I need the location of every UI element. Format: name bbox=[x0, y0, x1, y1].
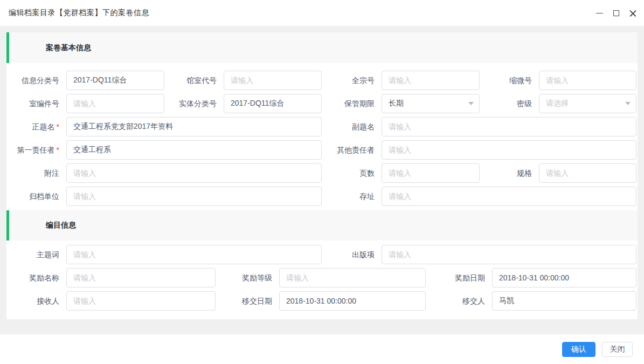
minimize-button[interactable] bbox=[595, 9, 603, 17]
storage-address-input[interactable] bbox=[382, 187, 636, 206]
receiver-input[interactable] bbox=[66, 291, 216, 311]
spec-input[interactable] bbox=[539, 163, 636, 183]
confirm-button[interactable]: 确认 bbox=[562, 342, 595, 357]
keywords-label: 主题词 bbox=[6, 245, 66, 264]
fonds-no-input[interactable] bbox=[382, 71, 480, 90]
first-responsible-input[interactable] bbox=[66, 140, 322, 160]
retention-period-value: 长期 bbox=[389, 99, 404, 108]
required-asterisk: * bbox=[57, 146, 59, 154]
award-date-label: 奖励日期 bbox=[426, 268, 492, 287]
award-level-label: 奖励等级 bbox=[216, 268, 279, 287]
form-row: 信息分类号 馆室代号 全宗号 缩微号 bbox=[6, 71, 638, 90]
other-responsible-label: 其他责任者 bbox=[322, 140, 382, 160]
dialog-titlebar: 编辑档案目录【党群档案】下的案卷信息 bbox=[0, 0, 644, 26]
entity-class-no-label: 实体分类号 bbox=[164, 94, 224, 113]
section-header-basic-info: 案卷基本信息 bbox=[6, 32, 638, 63]
catalog-info-rows: 主题词 出版项 奖励名称 奖励等级 奖励日期 接收人 移交日期 移交人 bbox=[6, 241, 638, 311]
room-code-input[interactable] bbox=[224, 71, 322, 90]
maximize-button[interactable] bbox=[612, 9, 620, 17]
dialog-body: 案卷基本信息 信息分类号 馆室代号 全宗号 缩微号 室编件号 实体分类号 保管期… bbox=[0, 26, 644, 334]
entity-class-no-input[interactable] bbox=[224, 94, 322, 113]
dialog-title: 编辑档案目录【党群档案】下的案卷信息 bbox=[9, 8, 149, 18]
form-row: 正题名* 副题名 bbox=[6, 117, 638, 136]
form-row: 附注 页数 规格 bbox=[6, 163, 638, 183]
basic-info-rows: 信息分类号 馆室代号 全宗号 缩微号 室编件号 实体分类号 保管期限 长期 bbox=[6, 63, 638, 206]
fonds-no-label: 全宗号 bbox=[322, 71, 382, 90]
main-title-input[interactable] bbox=[66, 117, 322, 136]
pages-label: 页数 bbox=[322, 163, 382, 183]
pages-input[interactable] bbox=[382, 163, 480, 183]
secret-level-placeholder: 请选择 bbox=[546, 99, 569, 108]
maximize-icon bbox=[613, 10, 619, 16]
microfilm-no-label: 缩微号 bbox=[480, 71, 539, 90]
publication-input[interactable] bbox=[382, 245, 636, 264]
award-name-label: 奖励名称 bbox=[6, 268, 66, 287]
receiver-label: 接收人 bbox=[6, 291, 66, 311]
other-responsible-input[interactable] bbox=[382, 140, 636, 160]
close-button[interactable]: 关闭 bbox=[602, 342, 633, 357]
form-row: 主题词 出版项 bbox=[6, 245, 638, 264]
form-row: 第一责任者* 其他责任者 bbox=[6, 140, 638, 160]
section-title: 编目信息 bbox=[46, 221, 76, 230]
transfer-person-input[interactable] bbox=[492, 291, 636, 311]
publication-label: 出版项 bbox=[322, 245, 382, 264]
notes-input[interactable] bbox=[66, 163, 322, 183]
award-name-input[interactable] bbox=[66, 268, 216, 287]
section-title: 案卷基本信息 bbox=[46, 43, 91, 53]
transfer-date-input[interactable] bbox=[279, 291, 426, 311]
secret-level-select[interactable]: 请选择 bbox=[539, 94, 636, 113]
microfilm-no-input[interactable] bbox=[539, 71, 636, 90]
form-row: 接收人 移交日期 移交人 bbox=[6, 291, 638, 311]
info-class-no-input[interactable] bbox=[66, 71, 164, 90]
chevron-down-icon bbox=[625, 102, 631, 105]
required-asterisk: * bbox=[57, 122, 59, 131]
window-controls bbox=[595, 9, 636, 17]
award-date-input[interactable] bbox=[492, 268, 636, 287]
first-responsible-label: 第一责任者* bbox=[6, 140, 66, 160]
subtitle-label: 副题名 bbox=[322, 117, 382, 136]
form-row: 奖励名称 奖励等级 奖励日期 bbox=[6, 268, 638, 287]
retention-period-label: 保管期限 bbox=[322, 94, 382, 113]
spec-label: 规格 bbox=[480, 163, 539, 183]
dialog-footer: 确认 关闭 bbox=[0, 334, 644, 364]
archive-unit-label: 归档单位 bbox=[6, 187, 66, 206]
chevron-down-icon bbox=[468, 102, 474, 105]
room-item-no-input[interactable] bbox=[66, 94, 164, 113]
room-item-no-label: 室编件号 bbox=[6, 94, 66, 113]
close-window-button[interactable] bbox=[629, 9, 636, 17]
transfer-date-label: 移交日期 bbox=[216, 291, 279, 311]
notes-label: 附注 bbox=[6, 163, 66, 183]
form-row: 归档单位 存址 bbox=[6, 187, 638, 206]
retention-period-select[interactable]: 长期 bbox=[382, 94, 480, 113]
section-header-catalog-info: 编目信息 bbox=[6, 210, 638, 241]
secret-level-label: 密级 bbox=[480, 94, 539, 113]
award-level-input[interactable] bbox=[279, 268, 426, 287]
room-code-label: 馆室代号 bbox=[164, 71, 224, 90]
form-row: 室编件号 实体分类号 保管期限 长期 密级 请选择 bbox=[6, 94, 638, 113]
form-panel: 案卷基本信息 信息分类号 馆室代号 全宗号 缩微号 室编件号 实体分类号 保管期… bbox=[6, 32, 638, 319]
close-icon bbox=[629, 10, 636, 17]
subtitle-input[interactable] bbox=[382, 117, 636, 136]
archive-unit-input[interactable] bbox=[66, 187, 322, 206]
transfer-person-label: 移交人 bbox=[426, 291, 492, 311]
keywords-input[interactable] bbox=[66, 245, 322, 264]
info-class-no-label: 信息分类号 bbox=[6, 71, 66, 90]
main-title-label: 正题名* bbox=[6, 117, 66, 136]
minimize-icon bbox=[596, 13, 603, 13]
storage-address-label: 存址 bbox=[322, 187, 382, 206]
